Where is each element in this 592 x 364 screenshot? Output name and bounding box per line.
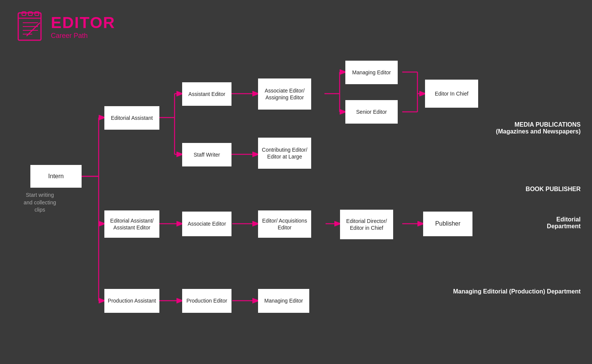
node-editor-in-chief: Editor In Chief: [425, 80, 478, 108]
node-editor-acquisitions: Editor/ Acquisitions Editor: [258, 210, 311, 238]
section-media-publications: MEDIA PUBLICATIONS (Magazines and Newspa…: [496, 121, 581, 135]
section-editorial-dept: Editorial Department: [547, 216, 581, 230]
node-managing-editor-2: Managing Editor: [258, 289, 309, 313]
node-editorial-director: Editorial Director/ Editor in Chief: [340, 210, 393, 239]
node-contributing-editor: Contributing Editor/ Editor at Large: [258, 138, 311, 169]
node-associate-editor-2: Associate Editor: [182, 212, 231, 236]
node-editorial-assistant-assistant: Editorial Assistant/ Assistant Editor: [104, 210, 159, 238]
node-intern: Intern: [30, 165, 82, 188]
node-managing-editor-1: Managing Editor: [345, 61, 398, 84]
node-editorial-assistant: Editorial Assistant: [104, 106, 159, 130]
node-production-editor: Production Editor: [182, 289, 231, 313]
node-publisher: Publisher: [423, 212, 472, 236]
node-senior-editor: Senior Editor: [345, 100, 398, 124]
node-production-assistant: Production Assistant: [104, 289, 159, 313]
node-associate-editor-assigning: Associate Editor/ Assigning Editor: [258, 78, 311, 110]
node-assistant-editor: Assistant Editor: [182, 82, 231, 106]
node-staff-writer: Staff Writer: [182, 143, 231, 166]
start-writing-tip: Start writingand collectingclips: [2, 191, 78, 214]
section-managing-editorial-dept: Managing Editorial (Production) Departme…: [453, 288, 581, 295]
section-book-publisher: BOOK PUBLISHER: [526, 186, 581, 193]
